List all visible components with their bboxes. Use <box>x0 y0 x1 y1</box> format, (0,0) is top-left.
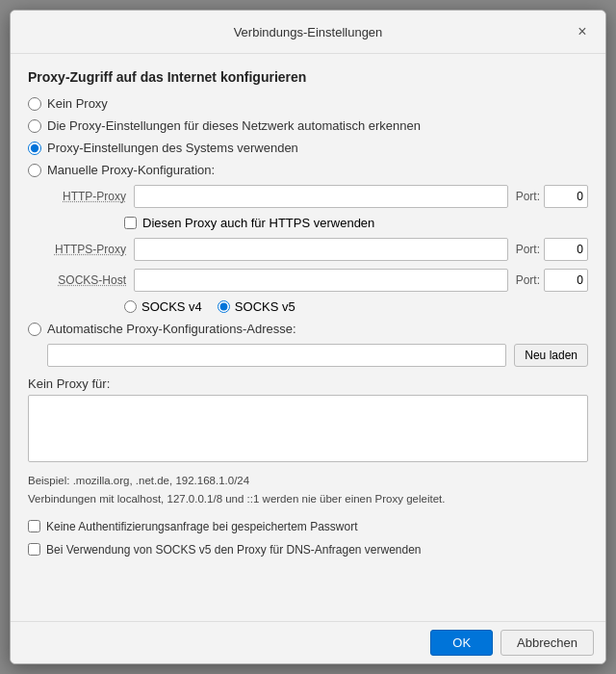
socks-v4-option: SOCKS v4 <box>124 299 202 314</box>
auto-config-input-row: Neu laden <box>47 344 588 367</box>
close-button[interactable]: × <box>571 20 594 43</box>
radio-auto-detect[interactable] <box>28 119 41 133</box>
dns-checkbox[interactable] <box>28 543 40 556</box>
hint-line1: Beispiel: .mozilla.org, .net.de, 192.168… <box>28 473 588 489</box>
radio-row-system-proxy: Proxy-Einstellungen des Systems verwende… <box>28 141 588 155</box>
https-port-input[interactable] <box>544 238 588 261</box>
https-checkbox-row: Diesen Proxy auch für HTTPS verwenden <box>124 216 588 230</box>
auth-checkbox[interactable] <box>28 520 40 532</box>
socks-port-label: Port: <box>516 273 540 287</box>
radio-row-auto-config: Automatische Proxy-Konfigurations-Adress… <box>28 322 588 336</box>
http-port-input[interactable] <box>544 185 588 208</box>
radio-row-manual: Manuelle Proxy-Konfiguration: <box>28 163 588 177</box>
dialog-title: Verbindungs-Einstellungen <box>45 25 571 39</box>
auth-checkbox-label[interactable]: Keine Authentifizierungsanfrage bei gesp… <box>46 518 358 535</box>
https-also-checkbox[interactable] <box>124 217 137 229</box>
radio-auto-config-label[interactable]: Automatische Proxy-Konfigurations-Adress… <box>47 322 296 336</box>
socks-v5-label[interactable]: SOCKS v5 <box>235 299 295 314</box>
no-proxy-textarea[interactable] <box>28 395 588 462</box>
http-proxy-row: HTTP-Proxy Port: <box>47 185 588 208</box>
radio-socks-v5[interactable] <box>218 300 230 313</box>
reload-button[interactable]: Neu laden <box>514 344 588 367</box>
https-port-label: Port: <box>516 243 540 256</box>
radio-socks-v4[interactable] <box>124 300 137 313</box>
http-port-label: Port: <box>516 190 540 203</box>
socks-version-row: SOCKS v4 SOCKS v5 <box>124 299 588 314</box>
dialog-content: Proxy-Zugriff auf das Internet konfiguri… <box>11 54 605 621</box>
titlebar: Verbindungs-Einstellungen × <box>11 11 605 54</box>
hint-line2: Verbindungen mit localhost, 127.0.0.1/8 … <box>28 491 588 507</box>
dialog-window: Verbindungs-Einstellungen × Proxy-Zugrif… <box>10 10 606 664</box>
socks-host-input[interactable] <box>134 269 508 292</box>
section-heading: Proxy-Zugriff auf das Internet konfiguri… <box>28 69 588 85</box>
no-proxy-section: Kein Proxy für: <box>28 376 588 465</box>
https-checkbox-label[interactable]: Diesen Proxy auch für HTTPS verwenden <box>142 216 374 230</box>
auth-checkbox-row: Keine Authentifizierungsanfrage bei gesp… <box>28 518 588 535</box>
socks-v5-option: SOCKS v5 <box>218 299 295 314</box>
cancel-button[interactable]: Abbrechen <box>500 630 594 656</box>
dialog-footer: OK Abbrechen <box>11 621 605 663</box>
radio-auto-detect-label[interactable]: Die Proxy-Einstellungen für dieses Netzw… <box>47 118 421 133</box>
radio-system-proxy-label[interactable]: Proxy-Einstellungen des Systems verwende… <box>47 141 298 155</box>
https-proxy-input[interactable] <box>134 238 508 261</box>
radio-manual-label[interactable]: Manuelle Proxy-Konfiguration: <box>47 163 215 177</box>
no-proxy-label: Kein Proxy für: <box>28 376 588 391</box>
radio-row-auto-detect: Die Proxy-Einstellungen für dieses Netzw… <box>28 118 588 133</box>
radio-row-no-proxy: Kein Proxy <box>28 96 588 111</box>
radio-manual-config[interactable] <box>28 164 41 177</box>
https-proxy-row: HTTPS-Proxy Port: <box>47 238 588 261</box>
http-proxy-input[interactable] <box>134 185 508 208</box>
bottom-checkboxes: Keine Authentifizierungsanfrage bei gesp… <box>28 518 588 558</box>
radio-system-proxy[interactable] <box>28 142 41 155</box>
http-proxy-label: HTTP-Proxy <box>47 190 134 203</box>
socks-host-row: SOCKS-Host Port: <box>47 269 588 292</box>
radio-no-proxy[interactable] <box>28 97 41 111</box>
manual-config-section: HTTP-Proxy Port: Diesen Proxy auch für H… <box>28 185 588 314</box>
dns-checkbox-label[interactable]: Bei Verwendung von SOCKS v5 den Proxy fü… <box>46 541 422 558</box>
dns-checkbox-row: Bei Verwendung von SOCKS v5 den Proxy fü… <box>28 541 588 558</box>
radio-auto-config[interactable] <box>28 323 41 336</box>
socks-v4-label[interactable]: SOCKS v4 <box>141 299 202 314</box>
radio-no-proxy-label[interactable]: Kein Proxy <box>47 96 108 111</box>
ok-button[interactable]: OK <box>430 630 493 656</box>
https-proxy-label: HTTPS-Proxy <box>47 243 134 256</box>
socks-host-label: SOCKS-Host <box>47 273 134 287</box>
auto-config-url-input[interactable] <box>47 344 506 367</box>
socks-port-input[interactable] <box>544 269 588 292</box>
